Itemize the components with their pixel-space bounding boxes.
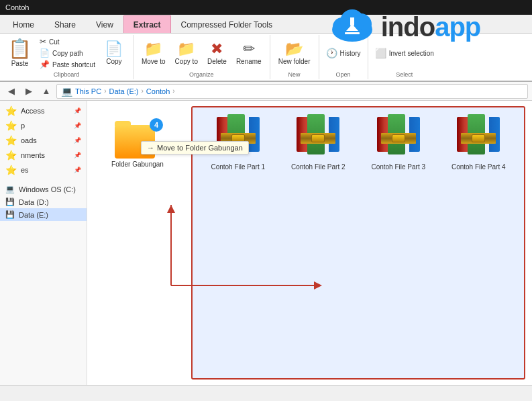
sidebar-label-es: es xyxy=(21,166,29,174)
svg-marker-9 xyxy=(167,205,175,213)
winrar-icon-4 xyxy=(456,114,501,160)
sidebar-item-p[interactable]: ⭐ p 📌 xyxy=(0,118,87,133)
folder-gabungan-label: Folder Gabungan xyxy=(111,161,164,169)
logo-cloud-icon xyxy=(329,5,376,49)
rar-label-4: Contoh File Part 4 xyxy=(451,163,506,171)
winrar-icon-3 xyxy=(376,114,421,160)
rar-file-4[interactable]: Contoh File Part 4 xyxy=(439,114,519,171)
clipboard-items: 📋 Paste ✂ Cut 📄 Copy path 📌 Paste shortc… xyxy=(4,36,129,70)
address-bar: ◀ ▶ ▲ 💻 This PC › Data (E:) › Contoh › xyxy=(0,82,532,101)
p-icon: ⭐ xyxy=(5,120,17,131)
clipboard-label: Clipboard xyxy=(54,70,80,78)
breadcrumb-folder[interactable]: Contoh xyxy=(146,87,170,95)
breadcrumb-sep-2: › xyxy=(141,87,143,95)
tab-view[interactable]: View xyxy=(86,15,123,33)
paste-shortcut-button[interactable]: 📌 Paste shortcut xyxy=(37,59,98,70)
svg-rect-5 xyxy=(350,17,354,26)
cut-button[interactable]: ✂ Cut xyxy=(37,36,98,47)
pin-icon-access: 📌 xyxy=(74,107,81,114)
organize-label: Organize xyxy=(189,70,214,78)
indoapp-logo: indoapp xyxy=(277,0,532,54)
tab-home[interactable]: Home xyxy=(3,15,44,33)
ribbon-group-organize: 📁 Move to 📁 Copy to ✖ Delete ✏ Rename Or… xyxy=(134,35,270,79)
oads-icon: ⭐ xyxy=(5,135,17,146)
pin-icon-es: 📌 xyxy=(74,167,81,173)
folder-badge: 4 xyxy=(150,118,163,132)
sidebar: ⭐ Access 📌 ⭐ p 📌 ⭐ oads 📌 ⭐ nments 📌 ⭐ e… xyxy=(0,101,87,385)
rar-file-2[interactable]: Contoh File Part 2 xyxy=(278,114,359,171)
sidebar-label-oads: oads xyxy=(21,136,37,144)
sidebar-item-es[interactable]: ⭐ es 📌 xyxy=(0,163,87,177)
ribbon: 📋 Paste ✂ Cut 📄 Copy path 📌 Paste shortc… xyxy=(0,34,532,82)
copy-to-button[interactable]: 📁 Copy to xyxy=(171,40,202,67)
copy-path-button[interactable]: 📄 Copy path xyxy=(37,48,98,58)
move-to-button[interactable]: 📁 Move to xyxy=(138,40,170,67)
clipboard-small-buttons: ✂ Cut 📄 Copy path 📌 Paste shortcut xyxy=(37,36,98,70)
tab-compressed-folder-tools[interactable]: Compressed Folder Tools xyxy=(171,15,283,33)
move-to-tooltip: → Move to Folder Gabungan xyxy=(141,141,249,154)
sidebar-drive-d[interactable]: 💾 Data (D:) xyxy=(0,195,87,208)
rar-file-3[interactable]: Contoh File Part 3 xyxy=(358,114,439,171)
rar-label-3: Contoh File Part 3 xyxy=(371,163,425,171)
title-bar-text: Contoh xyxy=(5,3,29,11)
sidebar-label-nments: nments xyxy=(21,151,45,159)
sidebar-label-access: Access xyxy=(21,107,44,115)
sidebar-item-oads[interactable]: ⭐ oads 📌 xyxy=(0,133,87,148)
breadcrumb-drive[interactable]: Data (E:) xyxy=(109,87,138,95)
rar-label-2: Contoh File Part 2 xyxy=(291,163,345,171)
copy-button[interactable]: 📄 Copy xyxy=(99,40,129,67)
move-to-icon: 📁 xyxy=(144,42,162,56)
up-button[interactable]: ▲ xyxy=(39,84,54,99)
pin-icon-nments: 📌 xyxy=(74,152,81,159)
open-label: Open xyxy=(336,70,351,78)
organize-items: 📁 Move to 📁 Copy to ✖ Delete ✏ Rename xyxy=(138,36,266,70)
drive-e-icon: 💾 xyxy=(5,210,15,219)
breadcrumb-sep-3: › xyxy=(172,87,174,95)
copy-to-icon: 📁 xyxy=(177,42,195,56)
paste-shortcut-icon: 📌 xyxy=(40,60,50,69)
logo-app: app xyxy=(435,12,480,42)
sidebar-label-p: p xyxy=(21,122,25,130)
rename-button[interactable]: ✏ Rename xyxy=(232,40,266,67)
delete-icon: ✖ xyxy=(211,42,223,56)
svg-rect-6 xyxy=(345,32,360,34)
select-label: Select xyxy=(396,70,413,78)
sidebar-item-nments[interactable]: ⭐ nments 📌 xyxy=(0,148,87,163)
forward-button[interactable]: ▶ xyxy=(21,84,36,99)
copy-icon: 📄 xyxy=(105,42,123,56)
logo-indo: indo xyxy=(381,12,435,42)
paste-button[interactable]: 📋 Paste xyxy=(4,38,36,69)
sidebar-drive-c-label: Windows OS (C:) xyxy=(19,185,76,193)
file-area: 4 Folder Gabungan → Move to Folder Gabun… xyxy=(87,101,532,385)
pin-icon-p: 📌 xyxy=(74,122,81,129)
status-bar xyxy=(0,385,532,401)
pin-icon-oads: 📌 xyxy=(74,137,81,144)
winrar-icon-2 xyxy=(295,114,341,160)
logo-text: indoapp xyxy=(381,13,481,40)
rar-label-1: Contoh File Part 1 xyxy=(211,163,265,171)
tab-extract[interactable]: Extract xyxy=(123,15,171,33)
ribbon-group-clipboard: 📋 Paste ✂ Cut 📄 Copy path 📌 Paste shortc… xyxy=(0,35,134,79)
main-content: ⭐ Access 📌 ⭐ p 📌 ⭐ oads 📌 ⭐ nments 📌 ⭐ e… xyxy=(0,101,532,385)
nments-icon: ⭐ xyxy=(5,150,17,161)
back-button[interactable]: ◀ xyxy=(4,84,19,99)
access-icon: ⭐ xyxy=(5,105,17,116)
sidebar-drive-c[interactable]: 💻 Windows OS (C:) xyxy=(0,183,87,195)
es-icon: ⭐ xyxy=(5,165,17,175)
sidebar-drive-d-label: Data (D:) xyxy=(19,198,49,206)
paste-icon: 📋 xyxy=(8,40,32,58)
breadcrumb-this-pc[interactable]: This PC xyxy=(75,87,101,95)
delete-button[interactable]: ✖ Delete xyxy=(203,40,231,67)
sidebar-item-access[interactable]: ⭐ Access 📌 xyxy=(0,103,87,118)
new-label: New xyxy=(288,70,301,78)
scissors-icon: ✂ xyxy=(40,37,46,46)
sidebar-drive-e[interactable]: 💾 Data (E:) xyxy=(0,208,87,221)
sidebar-drive-e-label: Data (E:) xyxy=(19,211,48,219)
move-arrow-icon: → xyxy=(147,144,154,152)
tab-share[interactable]: Share xyxy=(44,15,86,33)
breadcrumb-sep-1: › xyxy=(104,87,106,95)
rename-icon: ✏ xyxy=(243,42,255,56)
drive-c-icon: 💻 xyxy=(5,185,15,193)
breadcrumb-root: 💻 xyxy=(61,86,72,97)
copy-path-icon: 📄 xyxy=(40,48,50,58)
